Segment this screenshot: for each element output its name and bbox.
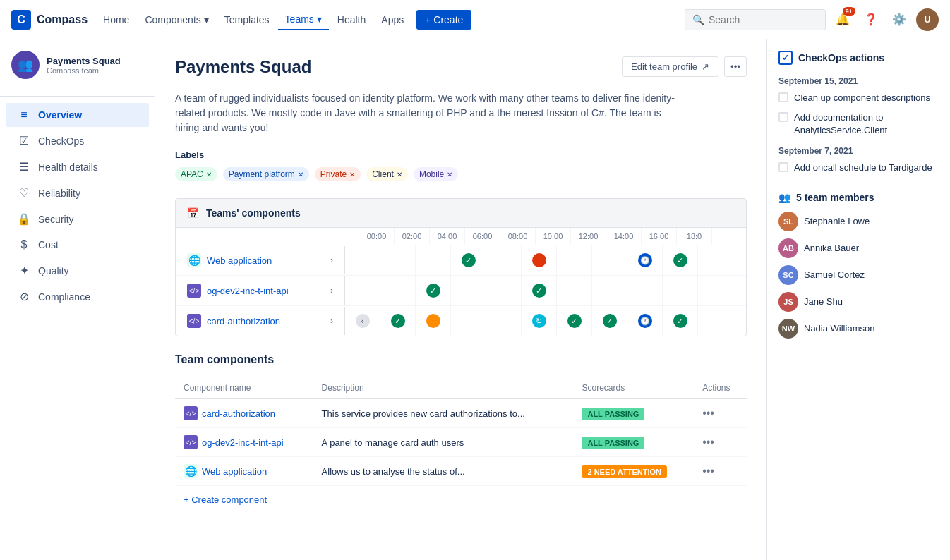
sidebar-item-cost[interactable]: $ Cost	[6, 233, 149, 257]
label-mobile[interactable]: Mobile ✕	[414, 167, 458, 181]
remove-label-icon[interactable]: ✕	[397, 171, 402, 178]
timeline-cell: !	[522, 245, 557, 275]
hour-label: 18:0	[677, 228, 712, 245]
create-button[interactable]: + Create	[416, 10, 471, 30]
remove-label-icon[interactable]: ✕	[298, 171, 303, 178]
remove-label-icon[interactable]: ✕	[206, 171, 212, 178]
labels-title: Labels	[175, 150, 747, 160]
overview-icon: ≡	[17, 109, 31, 121]
api-icon: </>	[187, 284, 201, 298]
edit-team-profile-button[interactable]: Edit team profile ↗	[622, 56, 718, 77]
search-box[interactable]: 🔍	[685, 9, 826, 30]
more-actions-button[interactable]: •••	[724, 56, 747, 77]
row-actions-button[interactable]: •••	[702, 407, 714, 419]
timeline-cell: ✓	[592, 306, 627, 336]
status-red: !	[532, 253, 546, 267]
expand-icon[interactable]: ›	[330, 316, 333, 326]
status-blue: 🕐	[638, 314, 652, 328]
remove-label-icon[interactable]: ✕	[349, 171, 355, 178]
search-icon: 🔍	[692, 14, 704, 25]
components-section: Team components Component name Descripti…	[175, 353, 747, 513]
member-avatar: SL	[778, 212, 798, 231]
col-scorecards: Scorecards	[573, 377, 694, 399]
create-component-button[interactable]: + Create component	[175, 486, 747, 513]
status-green: ✓	[462, 253, 476, 267]
label-client[interactable]: Client ✕	[366, 167, 408, 181]
sidebar-item-compliance[interactable]: ⊘ Compliance	[6, 284, 149, 309]
sidebar-item-reliability[interactable]: ♡ Reliability	[6, 181, 149, 205]
settings-button[interactable]: ⚙️	[888, 8, 910, 31]
api-link[interactable]: og-dev2-inc-t-int-api	[207, 286, 289, 296]
card-icon: </>	[187, 314, 201, 328]
nav-teams[interactable]: Teams ▾	[278, 9, 329, 30]
expand-icon[interactable]: ›	[330, 286, 333, 296]
member-avatar: AB	[778, 238, 798, 258]
comp-description: Allows us to analyse the status of...	[313, 457, 574, 486]
sidebar-item-label: Health details	[38, 162, 98, 173]
checkop-text: Clean up component descriptions	[794, 92, 930, 104]
col-name: Component name	[175, 377, 313, 399]
sidebar-item-checkops[interactable]: ☑ CheckOps	[6, 128, 149, 153]
col-description: Description	[313, 377, 574, 399]
row-actions-button[interactable]: •••	[702, 436, 714, 448]
sidebar: 👥 Payments Squad Compass team ≡ Overview…	[0, 39, 155, 560]
team-header: 👥 Payments Squad Compass team	[0, 51, 155, 90]
user-avatar[interactable]: U	[916, 8, 939, 31]
sidebar-item-overview[interactable]: ≡ Overview	[6, 103, 149, 127]
timeline-cell: 🕐	[627, 245, 663, 275]
web-app-link[interactable]: Web application	[207, 255, 272, 266]
timeline-cell: ‹	[345, 306, 380, 336]
member-avatar: JS	[778, 292, 798, 312]
card-link[interactable]: card-authorization	[207, 316, 280, 327]
search-input[interactable]	[709, 14, 818, 25]
sidebar-item-security[interactable]: 🔒 Security	[6, 207, 149, 231]
comp-description: This service provides new card authoriza…	[313, 399, 574, 428]
component-link[interactable]: 🌐 Web application	[184, 464, 305, 478]
row-actions-button[interactable]: •••	[702, 465, 714, 477]
nav-health[interactable]: Health	[330, 10, 373, 30]
timeline-cell: !	[416, 306, 451, 336]
hour-label: 14:00	[606, 228, 642, 245]
hour-label: 02:00	[395, 228, 430, 245]
remove-label-icon[interactable]: ✕	[447, 171, 452, 178]
sidebar-item-label: Compliance	[38, 291, 90, 303]
sidebar-item-quality[interactable]: ✦ Quality	[6, 258, 149, 283]
expand-icon[interactable]: ›	[330, 255, 333, 265]
nav-components[interactable]: Components ▾	[138, 10, 215, 30]
logo-icon: C	[11, 10, 31, 30]
top-navigation: C Compass Home Components ▾ Templates Te…	[0, 0, 950, 39]
help-button[interactable]: ❓	[860, 8, 882, 31]
main-content: Payments Squad Edit team profile ↗ ••• A…	[155, 39, 766, 560]
component-link[interactable]: </> og-dev2-inc-t-int-api	[184, 435, 305, 449]
checkop-checkbox[interactable]	[778, 162, 788, 172]
panel-divider	[778, 183, 939, 183]
status-green: ✓	[567, 314, 582, 328]
app-logo[interactable]: C Compass	[11, 10, 88, 30]
hour-label: 16:00	[642, 228, 677, 245]
timeline-cell: ↻	[522, 306, 557, 336]
team-avatar: 👥	[11, 51, 40, 79]
notifications-button[interactable]: 🔔 9+	[831, 8, 854, 31]
member-avatar: NW	[778, 319, 798, 339]
label-private[interactable]: Private ✕	[315, 167, 361, 181]
hour-label: 04:00	[430, 228, 465, 245]
nav-apps[interactable]: Apps	[374, 10, 411, 30]
nav-templates[interactable]: Templates	[217, 10, 277, 30]
checkop-checkbox[interactable]	[778, 112, 788, 122]
sidebar-item-health-details[interactable]: ☰ Health details	[6, 154, 149, 179]
right-panel: ✓ CheckOps actions September 15, 2021 Cl…	[766, 39, 950, 560]
timeline-cell	[627, 276, 663, 305]
reliability-icon: ♡	[17, 186, 31, 200]
checkop-text: Add documentation to AnalyticsService.Cl…	[794, 111, 939, 137]
cost-icon: $	[17, 238, 31, 251]
nav-links: Home Components ▾ Templates Teams ▾ Heal…	[96, 9, 411, 30]
hour-label: 08:00	[500, 228, 536, 245]
component-link[interactable]: </> card-authorization	[184, 406, 305, 420]
app-name: Compass	[37, 13, 88, 26]
label-payment-platform[interactable]: Payment platform ✕	[223, 167, 309, 181]
label-apac[interactable]: APAC ✕	[175, 167, 217, 181]
member-row: JS Jane Shu	[778, 292, 939, 312]
checkop-checkbox[interactable]	[778, 92, 788, 102]
nav-home[interactable]: Home	[96, 10, 136, 30]
members-title: 👥 5 team members	[778, 192, 939, 203]
